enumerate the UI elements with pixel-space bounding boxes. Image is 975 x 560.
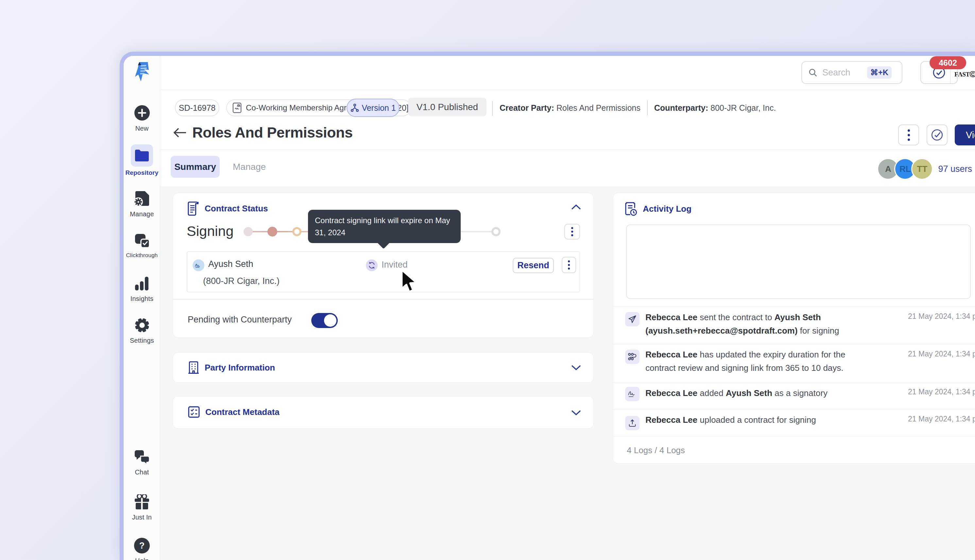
svg-text:?: ? [139, 541, 145, 550]
